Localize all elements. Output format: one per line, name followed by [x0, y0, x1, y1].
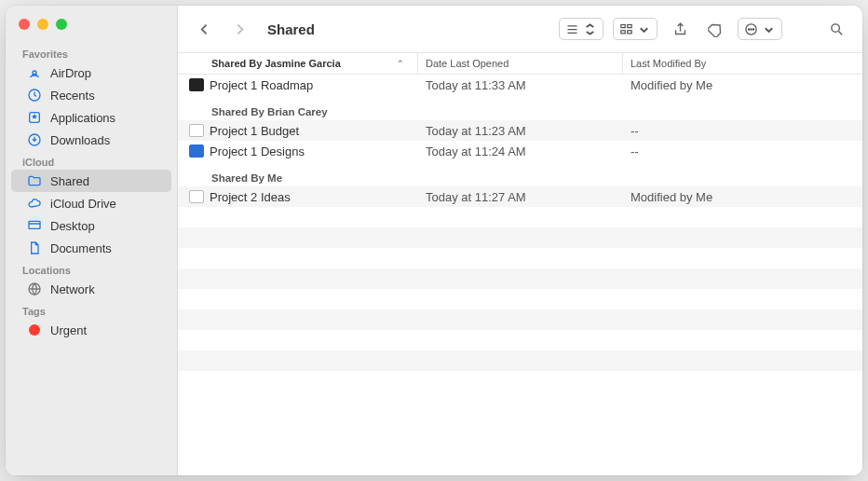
- file-icon: [189, 78, 204, 91]
- file-date: Today at 11:24 AM: [418, 144, 623, 158]
- file-modified-by: Modified by Me: [623, 190, 862, 204]
- file-row[interactable]: Project 1 BudgetToday at 11:23 AM--: [178, 120, 862, 141]
- tags-button[interactable]: [702, 17, 728, 41]
- file-list: Project 1 RoadmapToday at 11:33 AMModifi…: [178, 75, 862, 475]
- window-title: Shared: [267, 21, 315, 37]
- file-icon: [189, 144, 204, 158]
- shared-folder-icon: [26, 172, 43, 189]
- chevron-down-icon: [762, 22, 776, 36]
- sidebar-item-label: Recents: [50, 89, 95, 103]
- file-date: Today at 11:33 AM: [418, 78, 623, 92]
- sidebar-item-label: Urgent: [50, 323, 87, 337]
- desktop-icon: [26, 217, 43, 234]
- applications-icon: [26, 109, 43, 126]
- view-mode-selector[interactable]: [559, 18, 604, 40]
- network-icon: [26, 281, 43, 297]
- file-row[interactable]: Project 1 RoadmapToday at 11:33 AMModifi…: [178, 75, 862, 95]
- search-button[interactable]: [823, 17, 849, 41]
- sort-ascending-icon: ⌃: [397, 59, 410, 68]
- ellipsis-circle-icon: [744, 22, 758, 36]
- sidebar-section-icloud-header: iCloud: [6, 151, 177, 170]
- file-row[interactable]: Project 1 DesignsToday at 11:24 AM--: [178, 141, 862, 161]
- file-name: Project 1 Budget: [210, 124, 299, 138]
- column-header-modified-label: Last Modified By: [631, 58, 706, 69]
- main-pane: Shared: [178, 6, 862, 475]
- empty-row: [178, 350, 862, 371]
- sidebar-item-label: AirDrop: [50, 66, 91, 80]
- svg-rect-7: [628, 24, 631, 27]
- sidebar-item-downloads[interactable]: Downloads: [11, 129, 171, 151]
- file-name: Project 1 Designs: [210, 144, 305, 158]
- updown-chevron-icon: [583, 22, 597, 36]
- sidebar-item-applications[interactable]: Applications: [11, 106, 171, 129]
- sidebar-item-desktop[interactable]: Desktop: [11, 214, 171, 237]
- sidebar-item-recents[interactable]: Recents: [11, 84, 171, 106]
- more-actions-button[interactable]: [738, 18, 782, 40]
- empty-row: [178, 207, 862, 227]
- sidebar: Favorites AirDrop Recents Applications D…: [6, 6, 178, 475]
- window-controls: [6, 15, 177, 43]
- back-button[interactable]: [191, 17, 217, 41]
- svg-rect-4: [29, 221, 40, 228]
- airdrop-icon: [26, 64, 43, 81]
- empty-row: [178, 268, 862, 289]
- column-header-name-label: Shared By Jasmine Garcia: [211, 58, 341, 69]
- column-header-name[interactable]: Shared By Jasmine Garcia ⌃: [178, 53, 418, 74]
- empty-row: [178, 289, 862, 309]
- sidebar-item-tag-urgent[interactable]: Urgent: [11, 319, 171, 341]
- file-modified-by: --: [623, 124, 862, 138]
- empty-row: [178, 330, 862, 350]
- file-modified-by: Modified by Me: [623, 78, 862, 92]
- finder-window: Favorites AirDrop Recents Applications D…: [6, 6, 862, 475]
- file-icon: [189, 124, 204, 137]
- clock-icon: [26, 87, 43, 103]
- document-icon: [26, 240, 43, 256]
- sidebar-section-tags-header: Tags: [6, 300, 177, 319]
- svg-point-14: [831, 23, 839, 31]
- group-header: Shared By Me: [178, 161, 862, 186]
- minimize-window-button[interactable]: [37, 19, 48, 30]
- column-headers: Shared By Jasmine Garcia ⌃ Date Last Ope…: [178, 52, 862, 75]
- svg-rect-6: [621, 24, 625, 27]
- file-date: Today at 11:23 AM: [418, 124, 623, 138]
- downloads-icon: [26, 131, 43, 148]
- file-modified-by: --: [623, 144, 862, 158]
- cloud-icon: [26, 195, 43, 212]
- column-header-date-label: Date Last Opened: [426, 58, 509, 69]
- svg-rect-9: [628, 30, 631, 33]
- sidebar-item-label: Shared: [50, 174, 89, 188]
- group-icon: [619, 22, 633, 36]
- sidebar-item-network[interactable]: Network: [11, 278, 171, 300]
- sidebar-section-favorites-header: Favorites: [6, 43, 177, 62]
- tag-red-icon: [26, 322, 43, 338]
- empty-row: [178, 227, 862, 248]
- file-date: Today at 11:27 AM: [418, 190, 623, 204]
- sidebar-item-documents[interactable]: Documents: [11, 237, 171, 259]
- file-icon: [189, 190, 204, 203]
- column-header-modified[interactable]: Last Modified By: [623, 53, 862, 74]
- close-window-button[interactable]: [19, 19, 30, 30]
- zoom-window-button[interactable]: [56, 19, 67, 30]
- sidebar-section-locations-header: Locations: [6, 259, 177, 278]
- forward-button[interactable]: [226, 17, 252, 41]
- file-row[interactable]: Project 2 IdeasToday at 11:27 AMModified…: [178, 186, 862, 207]
- sidebar-item-label: Applications: [50, 111, 115, 125]
- sidebar-item-label: Desktop: [50, 219, 95, 233]
- sidebar-item-label: iCloud Drive: [50, 197, 116, 211]
- sidebar-item-label: Documents: [50, 241, 112, 255]
- sidebar-item-icloud-drive[interactable]: iCloud Drive: [11, 192, 171, 214]
- group-by-selector[interactable]: [613, 18, 658, 40]
- empty-row: [178, 309, 862, 330]
- empty-row: [178, 248, 862, 268]
- sidebar-item-airdrop[interactable]: AirDrop: [11, 62, 171, 84]
- sidebar-item-label: Network: [50, 282, 95, 296]
- sidebar-item-shared[interactable]: Shared: [11, 170, 171, 192]
- list-view-icon: [565, 22, 579, 36]
- svg-rect-8: [621, 30, 625, 33]
- share-button[interactable]: [667, 17, 693, 41]
- svg-point-13: [753, 28, 753, 29]
- svg-point-12: [751, 28, 752, 29]
- column-header-date[interactable]: Date Last Opened: [418, 53, 623, 74]
- chevron-down-icon: [637, 22, 651, 36]
- toolbar: Shared: [178, 6, 862, 52]
